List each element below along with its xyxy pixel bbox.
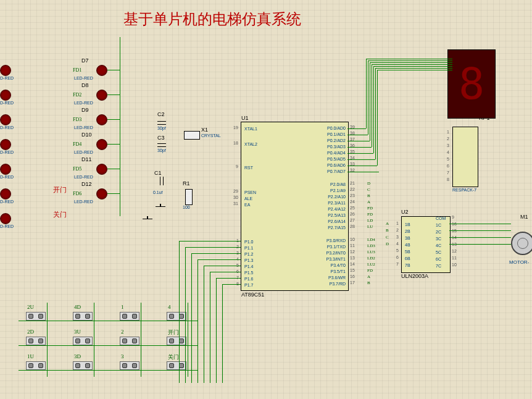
pin-psen: PSEN bbox=[244, 190, 256, 195]
pin-rst: RST bbox=[244, 166, 253, 170]
led-left-6[interactable] bbox=[0, 213, 11, 224]
button-1U[interactable] bbox=[26, 361, 46, 370]
pin-xtal1: XTAL1 bbox=[244, 127, 257, 131]
pin-ale: ALE bbox=[244, 196, 252, 201]
seven-segment-digit: 8 bbox=[453, 55, 490, 113]
pin-xtal2: XTAL2 bbox=[244, 142, 257, 146]
led-d7[interactable] bbox=[96, 65, 107, 76]
cap-c2[interactable] bbox=[157, 121, 166, 125]
crystal-part: CRYSTAL bbox=[201, 133, 221, 138]
button-开门[interactable] bbox=[167, 337, 186, 345]
cap-c3[interactable] bbox=[157, 143, 166, 147]
mcu-part: AT89C51 bbox=[241, 292, 264, 298]
button-3U[interactable] bbox=[73, 337, 93, 345]
mcu-ref: U1 bbox=[241, 115, 249, 121]
led-left-2[interactable] bbox=[0, 114, 11, 125]
crystal-ref: X1 bbox=[201, 127, 208, 133]
led-d12[interactable] bbox=[96, 188, 107, 200]
led-d10[interactable] bbox=[96, 139, 107, 150]
schematic-title: 基于单片机的电梯仿真系统 bbox=[123, 9, 301, 29]
led-left-3[interactable] bbox=[0, 139, 11, 150]
button-3[interactable] bbox=[120, 361, 139, 370]
button-关门[interactable] bbox=[167, 361, 186, 370]
respack-part: RESPACK-7 bbox=[452, 188, 476, 192]
crystal-x1[interactable] bbox=[184, 131, 200, 140]
button-3D[interactable] bbox=[73, 361, 93, 370]
pin-num-19: 19 bbox=[233, 125, 238, 130]
motor-ref: M1 bbox=[520, 214, 528, 220]
button-2D[interactable] bbox=[26, 337, 46, 345]
stepper-motor[interactable] bbox=[511, 232, 532, 255]
led-left-1[interactable] bbox=[0, 90, 11, 101]
pin-ea: EA bbox=[244, 203, 250, 207]
led-left-0[interactable] bbox=[0, 65, 11, 76]
label-close-door: 关门 bbox=[53, 210, 67, 219]
led-d9[interactable] bbox=[96, 114, 107, 125]
label-open-door: 开门 bbox=[53, 185, 67, 195]
button-2[interactable] bbox=[120, 337, 139, 345]
resistor-r1[interactable] bbox=[185, 189, 193, 205]
pin-num-9: 9 bbox=[236, 164, 238, 169]
button-1[interactable] bbox=[120, 312, 139, 321]
respack-7[interactable] bbox=[452, 127, 478, 187]
led-left-5[interactable] bbox=[0, 188, 11, 200]
led-d11[interactable] bbox=[96, 164, 107, 175]
button-4D[interactable] bbox=[73, 312, 93, 321]
ground-icon bbox=[156, 204, 165, 210]
uln-part: ULN2003A bbox=[401, 273, 428, 279]
seven-segment-display[interactable]: 8 bbox=[447, 49, 496, 119]
motor-part: MOTOR- bbox=[509, 259, 529, 265]
ground-icon bbox=[143, 216, 152, 222]
led-left-4[interactable] bbox=[0, 164, 11, 175]
led-d8[interactable] bbox=[96, 90, 107, 101]
button-4[interactable] bbox=[167, 312, 186, 321]
pin-num-18: 18 bbox=[233, 141, 238, 145]
cap-c1[interactable] bbox=[160, 177, 164, 185]
button-2U[interactable] bbox=[26, 312, 46, 321]
uln-ref: U2 bbox=[401, 209, 409, 215]
